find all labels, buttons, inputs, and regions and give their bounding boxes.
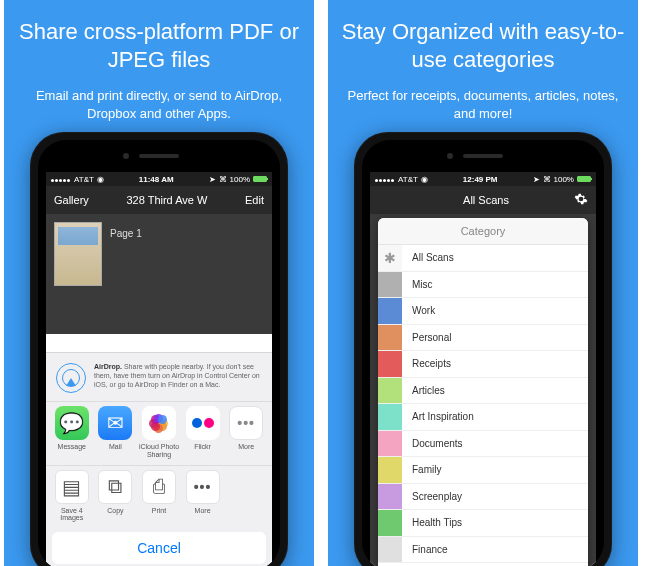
page-label: Page 1 <box>110 228 142 326</box>
phone-speaker <box>139 154 179 158</box>
clock: 12:49 PM <box>463 175 498 184</box>
airdrop-text: AirDrop. Share with people nearby. If yo… <box>94 363 262 389</box>
category-label: Misc <box>412 279 433 290</box>
app-body: Category ✱All ScansMiscWorkPersonalRecei… <box>370 214 596 566</box>
save-images-icon: ▤ <box>55 470 89 504</box>
battery-icon <box>577 176 591 182</box>
app-label: More <box>238 443 254 457</box>
share-action-more[interactable]: •••More <box>181 470 225 522</box>
location-icon: ➤ <box>209 175 216 184</box>
category-label: Work <box>412 305 435 316</box>
category-label: Articles <box>412 385 445 396</box>
category-item[interactable]: Finance <box>378 537 588 564</box>
promo-panel-share: Share cross-platform PDF or JPEG files E… <box>4 0 314 566</box>
category-item[interactable]: Health Tips <box>378 510 588 537</box>
airdrop-row[interactable]: AirDrop. Share with people nearby. If yo… <box>46 353 272 401</box>
share-app-mail[interactable]: ✉Mail <box>94 406 138 458</box>
popover-title: Category <box>378 218 588 245</box>
headline: Stay Organized with easy-to-use categori… <box>340 18 626 73</box>
action-label: More <box>195 507 211 521</box>
app-label: Message <box>58 443 86 457</box>
category-item[interactable]: Articles <box>378 378 588 405</box>
more-icon: ••• <box>229 406 263 440</box>
color-swatch <box>378 351 402 377</box>
subheadline: Perfect for receipts, documents, article… <box>340 87 626 122</box>
airdrop-icon <box>56 363 86 393</box>
color-swatch <box>378 431 402 457</box>
carrier-label: AT&T <box>74 175 94 184</box>
signal-icon <box>375 175 395 184</box>
category-item[interactable]: Personal <box>378 325 588 352</box>
category-item[interactable]: Family <box>378 457 588 484</box>
category-label: Health Tips <box>412 517 462 528</box>
nav-bar: All Scans <box>370 186 596 214</box>
back-button[interactable]: Gallery <box>54 194 89 206</box>
phone-camera <box>447 153 453 159</box>
battery-percent: 100% <box>230 175 250 184</box>
phone-screen: AT&T ◉ 11:48 AM ➤ ⌘ 100% Gallery <box>46 172 272 566</box>
battery-percent: 100% <box>554 175 574 184</box>
category-label: Receipts <box>412 358 451 369</box>
share-action-save-images[interactable]: ▤Save 4 Images <box>50 470 94 522</box>
share-app-icloud-photo[interactable]: iCloud Photo Sharing <box>137 406 181 458</box>
color-swatch <box>378 325 402 351</box>
mail-icon: ✉ <box>98 406 132 440</box>
share-apps-row: 💬Message✉MailiCloud Photo SharingFlickr•… <box>46 401 272 464</box>
subheadline: Email and print directly, or send to Air… <box>16 87 302 122</box>
category-label: Family <box>412 464 441 475</box>
app-label: iCloud Photo Sharing <box>137 443 181 458</box>
print-icon: ⎙ <box>142 470 176 504</box>
location-icon: ➤ <box>533 175 540 184</box>
icloud-photo-icon <box>142 406 176 440</box>
color-swatch <box>378 378 402 404</box>
phone-camera <box>123 153 129 159</box>
settings-button[interactable] <box>574 192 588 208</box>
cancel-button[interactable]: Cancel <box>52 532 266 564</box>
nav-title: 328 Third Ave W <box>126 194 207 206</box>
category-label: Finance <box>412 544 448 555</box>
share-action-print[interactable]: ⎙Print <box>137 470 181 522</box>
share-sheet: AirDrop. Share with people nearby. If yo… <box>46 352 272 566</box>
action-label: Save 4 Images <box>50 507 94 522</box>
nav-bar: Gallery 328 Third Ave W Edit <box>46 186 272 214</box>
bluetooth-icon: ⌘ <box>219 175 227 184</box>
category-item[interactable]: Documents <box>378 431 588 458</box>
share-app-flickr[interactable]: Flickr <box>181 406 225 458</box>
phone-frame: AT&T ◉ 12:49 PM ➤ ⌘ 100% All S <box>354 132 612 566</box>
headline: Share cross-platform PDF or JPEG files <box>16 18 302 73</box>
category-item[interactable]: Art Inspiration <box>378 404 588 431</box>
nav-title: All Scans <box>463 194 509 206</box>
category-item[interactable]: Work <box>378 298 588 325</box>
category-item[interactable]: Misc <box>378 272 588 299</box>
carrier-label: AT&T <box>398 175 418 184</box>
category-list[interactable]: ✱All ScansMiscWorkPersonalReceiptsArticl… <box>378 245 588 566</box>
color-swatch <box>378 510 402 536</box>
category-label: Personal <box>412 332 451 343</box>
star-icon: ✱ <box>378 245 402 271</box>
edit-button[interactable]: Edit <box>245 194 264 206</box>
share-action-copy[interactable]: ⧉Copy <box>94 470 138 522</box>
share-app-more[interactable]: •••More <box>224 406 268 458</box>
category-item[interactable]: Screenplay <box>378 484 588 511</box>
gallery-content: Page 1 <box>46 214 272 334</box>
category-label: Art Inspiration <box>412 411 474 422</box>
message-icon: 💬 <box>55 406 89 440</box>
app-label: Flickr <box>194 443 211 457</box>
signal-icon <box>51 175 71 184</box>
color-swatch <box>378 272 402 298</box>
action-label: Print <box>152 507 166 521</box>
status-bar: AT&T ◉ 11:48 AM ➤ ⌘ 100% <box>46 172 272 186</box>
page-thumbnail[interactable] <box>54 222 102 286</box>
wifi-icon: ◉ <box>97 175 104 184</box>
action-label: Copy <box>107 507 123 521</box>
color-swatch <box>378 298 402 324</box>
color-swatch <box>378 484 402 510</box>
category-item[interactable]: Receipts <box>378 351 588 378</box>
share-app-message[interactable]: 💬Message <box>50 406 94 458</box>
color-swatch <box>378 537 402 563</box>
spacer <box>224 470 268 522</box>
color-swatch <box>378 404 402 430</box>
more-icon: ••• <box>186 470 220 504</box>
category-label: Screenplay <box>412 491 462 502</box>
category-item[interactable]: ✱All Scans <box>378 245 588 272</box>
